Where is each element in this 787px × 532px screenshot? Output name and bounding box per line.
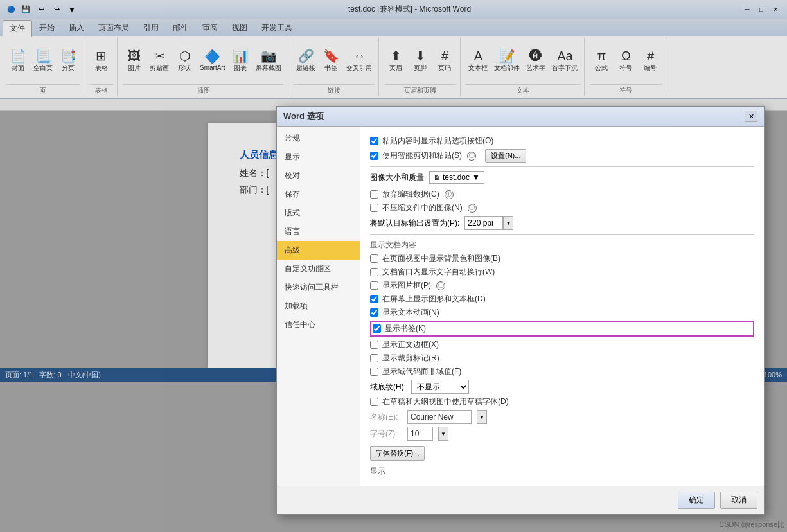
ppi-input[interactable] <box>464 216 503 230</box>
ppi-arrow-btn[interactable]: ▼ <box>503 216 513 230</box>
show-wrap-row: 文档窗口内显示文字自动换行(W) <box>370 267 754 278</box>
show-wrap-checkbox[interactable] <box>370 268 378 276</box>
show-textborder-row: 显示正文边框(X) <box>370 339 754 350</box>
show-bookmark-row: 显示书签(K) <box>370 321 754 337</box>
font-name-row: 名称(E): ▼ <box>370 410 754 424</box>
show-animation-label[interactable]: 显示文本动画(N) <box>382 307 439 318</box>
show-shapes-row: 在屏幕上显示图形和文本框(D) <box>370 294 754 305</box>
sidebar-item-advanced[interactable]: 高级 <box>277 241 360 260</box>
dialog-sidebar: 常规 显示 校对 保存 版式 语言 高级 自定义功能区 快速访问工具栏 加载项 … <box>277 127 360 486</box>
dialog-footer: 确定 取消 <box>277 486 764 514</box>
image-quality-arrow-icon: ▼ <box>472 173 480 182</box>
show-bg-row: 在页面视图中显示背景色和图像(B) <box>370 253 754 264</box>
font-name-input[interactable] <box>407 410 472 424</box>
discard-edit-data-label[interactable]: 放弃编辑数据(C) <box>382 189 439 200</box>
default-ppi-row: 将默认目标输出设置为(P): ▼ <box>370 216 754 230</box>
show-bg-label[interactable]: 在页面视图中显示背景色和图像(B) <box>382 253 500 264</box>
smart-cut-paste-label[interactable]: 使用智能剪切和粘贴(S) <box>382 150 462 161</box>
show-pic-frame-info-icon[interactable]: ⓘ <box>436 281 445 290</box>
discard-edit-data-checkbox[interactable] <box>370 190 378 199</box>
show-pic-frame-label[interactable]: 显示图片框(P) <box>382 280 431 291</box>
font-name-arrow-btn[interactable]: ▼ <box>477 410 487 424</box>
draft-font-label[interactable]: 在草稿和大纲视图中使用草稿字体(D) <box>382 396 509 407</box>
font-name-label: 名称(E): <box>370 412 402 423</box>
image-quality-file: test.doc <box>443 173 470 182</box>
paste-show-options-label[interactable]: 粘贴内容时显示粘贴选项按钮(O) <box>382 136 493 146</box>
font-replace-row: 字体替换(F)... <box>370 446 754 461</box>
font-size-row: 字号(Z): ▼ <box>370 427 754 441</box>
show-textborder-label[interactable]: 显示正文边框(X) <box>382 339 439 350</box>
font-size-input[interactable] <box>407 427 433 441</box>
sidebar-item-customize[interactable]: 自定义功能区 <box>277 260 360 278</box>
smart-cut-paste-info-icon[interactable]: ⓘ <box>467 152 476 161</box>
smart-cut-paste-checkbox[interactable] <box>370 152 378 160</box>
show-fieldcode-row: 显示域代码而非域值(F) <box>370 366 754 377</box>
image-quality-label: 图像大小和质量 <box>370 172 424 183</box>
no-compress-info-icon[interactable]: ⓘ <box>468 204 477 213</box>
show-doc-content-title: 显示文档内容 <box>370 240 754 251</box>
field-shading-select-group: 不显示 始终显示 选中时显示 <box>411 380 469 394</box>
show-animation-checkbox[interactable] <box>370 308 378 317</box>
show-fieldcode-label[interactable]: 显示域代码而非域值(F) <box>382 366 461 377</box>
sidebar-item-language[interactable]: 语言 <box>277 222 360 241</box>
show-bookmark-label[interactable]: 显示书签(K) <box>385 323 426 334</box>
image-quality-row: 图像大小和质量 🗎 test.doc ▼ <box>370 171 754 184</box>
show-animation-row: 显示文本动画(N) <box>370 307 754 318</box>
show-wrap-label[interactable]: 文档窗口内显示文字自动换行(W) <box>382 267 495 278</box>
show-shapes-label[interactable]: 在屏幕上显示图形和文本框(D) <box>382 294 486 305</box>
show-bg-checkbox[interactable] <box>370 254 378 263</box>
show-crop-label[interactable]: 显示裁剪标记(R) <box>382 353 439 364</box>
word-options-dialog: Word 选项 ✕ 常规 显示 校对 保存 版式 语言 高级 自定义功能区 快速… <box>276 106 765 515</box>
no-compress-checkbox[interactable] <box>370 204 378 212</box>
show-fieldcode-checkbox[interactable] <box>370 368 378 376</box>
font-size-arrow-btn[interactable]: ▼ <box>438 427 448 441</box>
dialog-close-btn[interactable]: ✕ <box>745 111 757 122</box>
sidebar-item-save[interactable]: 保存 <box>277 185 360 204</box>
no-compress-row: 不压缩文件中的图像(N) ⓘ <box>370 202 754 213</box>
show-section-label: 显示 <box>370 466 754 477</box>
no-compress-label[interactable]: 不压缩文件中的图像(N) <box>382 202 463 213</box>
show-textborder-checkbox[interactable] <box>370 341 378 349</box>
show-pic-frame-checkbox[interactable] <box>370 281 378 290</box>
cancel-btn[interactable]: 取消 <box>720 492 757 509</box>
draft-font-row: 在草稿和大纲视图中使用草稿字体(D) <box>370 396 754 407</box>
discard-edit-data-row: 放弃编辑数据(C) ⓘ <box>370 189 754 200</box>
dialog-title-bar: Word 选项 ✕ <box>277 107 764 127</box>
show-bookmark-checkbox[interactable] <box>373 324 381 333</box>
field-shading-label: 域底纹(H): <box>370 382 406 393</box>
paste-show-options-checkbox[interactable] <box>370 137 378 145</box>
show-shapes-checkbox[interactable] <box>370 295 378 303</box>
dialog-overlay: Word 选项 ✕ 常规 显示 校对 保存 版式 语言 高级 自定义功能区 快速… <box>0 0 787 532</box>
sidebar-item-quickaccess[interactable]: 快速访问工具栏 <box>277 278 360 297</box>
sidebar-item-display[interactable]: 显示 <box>277 148 360 166</box>
dialog-content: 粘贴内容时显示粘贴选项按钮(O) 使用智能剪切和粘贴(S) ⓘ 设置(N)...… <box>360 127 764 486</box>
paste-show-options-row: 粘贴内容时显示粘贴选项按钮(O) <box>370 136 754 146</box>
dialog-body: 常规 显示 校对 保存 版式 语言 高级 自定义功能区 快速访问工具栏 加载项 … <box>277 127 764 486</box>
smart-cut-paste-row: 使用智能剪切和粘贴(S) ⓘ 设置(N)... <box>370 149 754 163</box>
font-size-label: 字号(Z): <box>370 429 402 439</box>
field-shading-row: 域底纹(H): 不显示 始终显示 选中时显示 <box>370 380 754 394</box>
image-quality-dropdown[interactable]: 🗎 test.doc ▼ <box>429 171 484 184</box>
sidebar-item-general[interactable]: 常规 <box>277 129 360 148</box>
draft-font-checkbox[interactable] <box>370 398 378 406</box>
sidebar-item-addins[interactable]: 加载项 <box>277 297 360 315</box>
settings-btn[interactable]: 设置(N)... <box>485 149 526 163</box>
discard-edit-data-info-icon[interactable]: ⓘ <box>445 190 454 199</box>
font-replace-btn[interactable]: 字体替换(F)... <box>370 446 425 461</box>
show-pic-frame-row: 显示图片框(P) ⓘ <box>370 280 754 291</box>
ok-btn[interactable]: 确定 <box>678 492 715 509</box>
show-crop-row: 显示裁剪标记(R) <box>370 353 754 364</box>
sidebar-item-trustcenter[interactable]: 信任中心 <box>277 315 360 334</box>
sidebar-item-proofing[interactable]: 校对 <box>277 166 360 185</box>
show-crop-checkbox[interactable] <box>370 354 378 362</box>
default-ppi-label: 将默认目标输出设置为(P): <box>370 218 459 229</box>
sidebar-item-layout[interactable]: 版式 <box>277 204 360 222</box>
ppi-input-group: ▼ <box>464 216 513 230</box>
field-shading-select[interactable]: 不显示 始终显示 选中时显示 <box>411 380 469 394</box>
dialog-title: Word 选项 <box>283 111 324 122</box>
